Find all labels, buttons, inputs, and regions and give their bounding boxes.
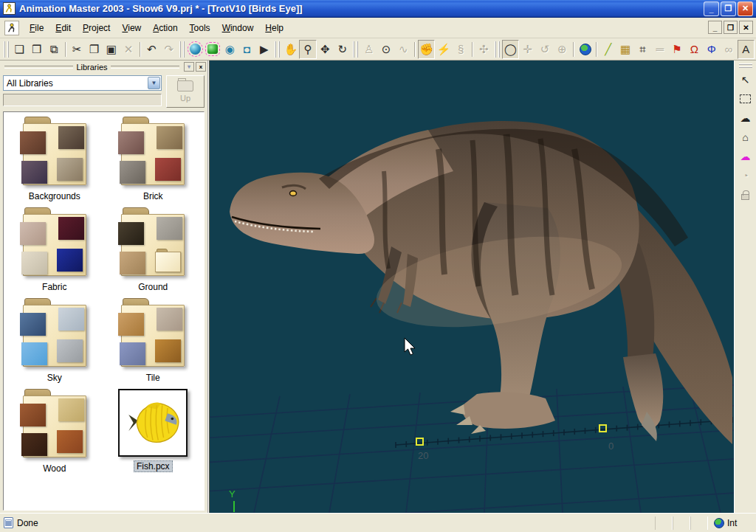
- toolbar-separator: [414, 42, 416, 57]
- palette-grip[interactable]: [739, 63, 752, 68]
- properties-button[interactable]: ▦: [616, 40, 633, 59]
- menu-tools[interactable]: Tools: [184, 20, 216, 36]
- path-button[interactable]: ╱: [599, 40, 616, 59]
- library-item-ground[interactable]: Ground: [104, 207, 203, 292]
- rect-select-tool-button[interactable]: [737, 90, 755, 108]
- toolbar-grip[interactable]: [275, 41, 280, 58]
- font-button[interactable]: A: [738, 40, 755, 59]
- texture-thumbnail: [120, 161, 145, 184]
- save-animation-button[interactable]: ◘: [238, 40, 255, 59]
- wire-globe-icon: ⊕: [557, 43, 567, 56]
- menu-window[interactable]: Window: [216, 20, 260, 36]
- child-minimize-button[interactable]: _: [708, 21, 722, 34]
- muscle-mode-button[interactable]: ✊: [418, 40, 435, 59]
- library-item-fabric[interactable]: Fabric: [5, 207, 104, 292]
- grid-snap-button[interactable]: ⌗: [634, 40, 651, 59]
- group-tool-button[interactable]: ☁: [737, 148, 755, 165]
- library-item-sky[interactable]: Sky: [5, 298, 104, 383]
- menu-project[interactable]: Project: [77, 20, 116, 36]
- scissors-icon: ✂: [72, 43, 82, 56]
- pin-button[interactable]: ⚑: [668, 40, 685, 59]
- render-save-sphere-icon: ◘: [244, 43, 250, 55]
- select-tool-button[interactable]: ↖: [737, 71, 755, 89]
- open-button[interactable]: ❒: [28, 40, 45, 59]
- panel-close-button[interactable]: x: [196, 62, 206, 72]
- minimize-button[interactable]: _: [704, 1, 719, 16]
- menu-help[interactable]: Help: [259, 20, 289, 36]
- lasso-icon: ☁: [740, 112, 751, 124]
- undo-button[interactable]: ↶: [143, 40, 160, 59]
- child-close-button[interactable]: ✕: [739, 21, 753, 34]
- y-axis-label: Y: [229, 488, 236, 500]
- texture-thumbnail: [155, 339, 181, 362]
- library-item-label: Fish.pcx: [134, 460, 173, 472]
- restore-button[interactable]: ❐: [721, 1, 736, 16]
- lasso-tool-button[interactable]: ☁: [737, 109, 755, 127]
- toolbar-separator: [596, 42, 597, 57]
- render-mode-button[interactable]: [187, 40, 204, 59]
- clipboard-paste-icon: ▣: [106, 43, 117, 56]
- library-item-backgrounds[interactable]: Backgrounds: [5, 117, 104, 201]
- motion-path: [396, 417, 732, 448]
- render-lock-button[interactable]: [204, 40, 221, 59]
- texture-thumbnail: [20, 222, 46, 245]
- bird-icon: ✣: [479, 43, 489, 56]
- toolbar-grip[interactable]: [495, 41, 500, 58]
- path-segment-icon: ╱: [605, 43, 611, 56]
- render-animation-button[interactable]: ◉: [221, 40, 238, 59]
- skeletal-mode-button[interactable]: ⊙: [377, 40, 394, 59]
- folder-icon: [20, 298, 89, 369]
- save-all-button[interactable]: ⧉: [45, 40, 62, 59]
- new-button[interactable]: ❏: [11, 40, 28, 59]
- texture-thumbnail: [20, 404, 46, 426]
- library-select[interactable]: All Libraries ▼: [3, 75, 162, 91]
- libraries-panel: Libraries ▾ x All Libraries ▼ Up Backgro…: [0, 61, 209, 513]
- play-animation-button[interactable]: ▶: [255, 40, 272, 59]
- menu-view[interactable]: View: [116, 20, 147, 36]
- toolbar-grip[interactable]: [4, 41, 9, 58]
- world-button[interactable]: [577, 40, 594, 59]
- arrow-cursor-icon: ↖: [741, 74, 750, 86]
- menu-edit[interactable]: Edit: [49, 20, 77, 36]
- texture-thumbnail: [20, 131, 46, 154]
- grid-cursor-icon: ⌗: [639, 43, 645, 56]
- window-title: Animation Master 2003 - Show6 V9.prj * -…: [19, 3, 704, 14]
- zoom-button[interactable]: ⚲: [299, 40, 316, 59]
- paste-button[interactable]: ▣: [103, 40, 120, 59]
- earth-globe-icon: [580, 44, 591, 55]
- texture-thumbnail: [157, 217, 182, 240]
- cut-button[interactable]: ✂: [69, 40, 86, 59]
- toolbar-grip[interactable]: [353, 41, 358, 58]
- toolbar-grip[interactable]: [179, 41, 185, 58]
- child-restore-button[interactable]: ❐: [724, 21, 738, 34]
- menu-action[interactable]: Action: [147, 20, 183, 36]
- viewport-birds-eye[interactable]: 20 0 Y: [209, 61, 734, 513]
- red-pin-icon: ⚑: [672, 43, 681, 56]
- document-logo-icon[interactable]: [4, 21, 19, 35]
- keyframe-label-20: 20: [418, 450, 428, 461]
- library-path-field[interactable]: [3, 94, 162, 106]
- redo-arrow-icon: ↷: [164, 43, 173, 56]
- menu-file[interactable]: File: [24, 20, 49, 36]
- library-item-brick[interactable]: Brick: [104, 117, 203, 201]
- up-button[interactable]: Up: [166, 75, 205, 108]
- polygon-lasso-tool-button[interactable]: ⌂: [737, 128, 755, 146]
- library-item-wood[interactable]: Wood: [5, 389, 104, 474]
- redo-button: ↷: [160, 40, 177, 59]
- zoom-fit-button[interactable]: ✥: [317, 40, 334, 59]
- bound-manipulator-button[interactable]: ◯: [502, 40, 519, 59]
- mirror-mode-button[interactable]: Φ: [703, 40, 720, 59]
- panel-rollup-button[interactable]: ▾: [184, 62, 194, 72]
- menu-items: FileEditProjectViewActionToolsWindowHelp: [24, 23, 289, 33]
- turn-button[interactable]: ↻: [334, 40, 351, 59]
- magnet-button[interactable]: Ω: [686, 40, 703, 59]
- copy-button[interactable]: ❐: [86, 40, 103, 59]
- move-button[interactable]: ✋: [282, 40, 299, 59]
- close-button[interactable]: ✕: [738, 1, 753, 16]
- chevron-down-icon[interactable]: ▼: [148, 77, 160, 89]
- action-mode-button[interactable]: ⚡: [435, 40, 452, 59]
- library-item-fish-pcx[interactable]: Fish.pcx: [104, 389, 203, 474]
- folder-icon: [118, 298, 188, 369]
- subfolder-icon: [155, 249, 181, 272]
- library-item-tile[interactable]: Tile: [104, 298, 203, 383]
